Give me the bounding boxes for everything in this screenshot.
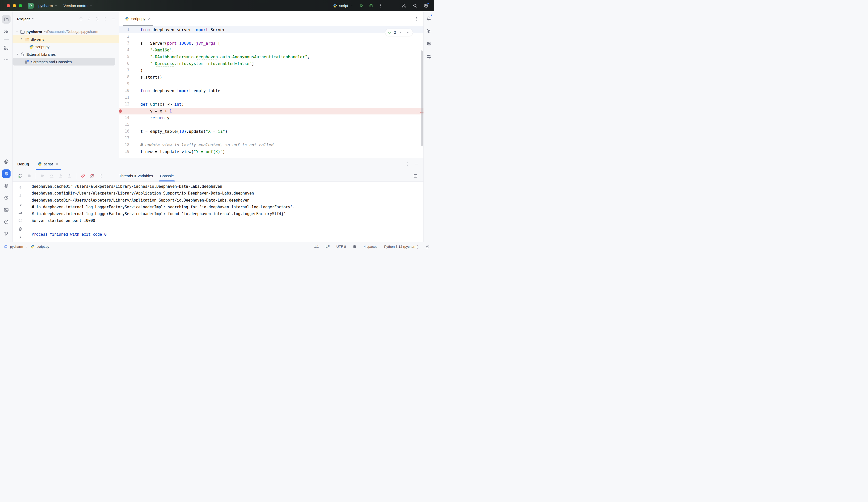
hide-debug-panel-button[interactable] [413, 161, 420, 167]
more-debug-button[interactable] [97, 172, 104, 179]
code-line-11[interactable]: 11 [119, 94, 423, 101]
tool-ai-assistant-button[interactable] [425, 27, 433, 35]
prev-occurrence-button[interactable] [18, 185, 23, 190]
ai-status-button[interactable] [353, 244, 357, 249]
resume-button[interactable] [39, 172, 46, 179]
code-line-4[interactable]: 4 "-Xmx16g", [119, 47, 423, 53]
status-line-separator[interactable]: LF [326, 245, 330, 249]
code-line-10[interactable]: 10from deephaven import empty_table [119, 87, 423, 94]
search-everywhere-button[interactable] [411, 2, 419, 10]
tool-version-control-button[interactable] [2, 230, 11, 238]
breadcrumb-script-py[interactable]: script.py [37, 245, 49, 249]
editor-tab-script-py[interactable]: script.py [123, 11, 154, 26]
breakpoint-gutter[interactable] [119, 108, 141, 114]
close-window-button[interactable] [7, 4, 10, 7]
status-interpreter[interactable]: Python 3.12 (pycharm) [384, 245, 418, 249]
tool-commit-button[interactable] [2, 27, 11, 36]
code-line-17[interactable]: 17 [119, 135, 423, 142]
more-run-options-button[interactable] [376, 2, 384, 10]
code-line-19[interactable]: 19t_new = t.update_view("Y = udf(X)") [119, 148, 423, 155]
close-session-icon[interactable] [55, 162, 59, 166]
chevron-right-icon[interactable] [20, 37, 24, 41]
tree-item-dh-venv[interactable]: dh-venv [12, 35, 119, 43]
tool-project-button[interactable] [2, 15, 11, 24]
editor-scrollbar[interactable] [421, 51, 423, 146]
stop-button[interactable] [25, 172, 33, 179]
layout-settings-button[interactable] [412, 172, 419, 179]
view-breakpoints-button[interactable] [79, 172, 86, 179]
tool-run-button[interactable] [2, 194, 11, 202]
tool-code-with-me-button[interactable] [425, 52, 433, 61]
code-with-me-button[interactable] [400, 2, 408, 10]
print-button[interactable] [18, 218, 23, 223]
project-view-selector[interactable]: Project [17, 17, 35, 21]
chevron-right-icon[interactable] [15, 52, 20, 56]
next-occurrence-button[interactable] [18, 193, 23, 199]
view-tab-console[interactable]: Console [156, 170, 177, 181]
tool-more-tools-button[interactable] [2, 55, 11, 64]
code-line-1[interactable]: 1from deephaven_server import Server [119, 27, 423, 33]
step-out-button[interactable] [66, 172, 73, 179]
code-line-6[interactable]: 6 "-Dprocess.info.system-info.enabled=fa… [119, 60, 423, 67]
step-into-button[interactable] [57, 172, 64, 179]
tree-item-external-libraries[interactable]: External Libraries [12, 51, 119, 58]
scroll-to-end-button[interactable] [18, 210, 23, 215]
code-line-8[interactable]: 8s.start() [119, 74, 423, 81]
close-tab-icon[interactable] [147, 17, 151, 21]
tree-item-script-py[interactable]: script.py [12, 43, 119, 51]
minimize-button[interactable] [110, 15, 116, 22]
settings-button[interactable] [422, 2, 430, 10]
soft-wrap-button[interactable] [18, 201, 23, 207]
chevron-down-icon[interactable] [15, 29, 20, 34]
status-indent[interactable]: 4 spaces [364, 245, 377, 249]
code-line-15[interactable]: 15 [119, 121, 423, 128]
code-line-3[interactable]: 3s = Server(port=10000, jvm_args=[ [119, 40, 423, 47]
tool-services-button[interactable] [2, 181, 11, 190]
tool-notifications-button[interactable] [425, 14, 433, 22]
debug-options-button[interactable] [404, 161, 410, 167]
view-tab-threads-variables[interactable]: Threads & Variables [115, 170, 156, 181]
zoom-window-button[interactable] [19, 4, 22, 7]
breakpoint-icon[interactable] [119, 109, 122, 113]
tool-structure-button[interactable] [2, 43, 11, 52]
mute-breakpoints-button[interactable] [89, 172, 95, 179]
next-problem-button[interactable] [405, 30, 410, 35]
expand-console-button[interactable] [18, 234, 23, 240]
menu-pycharm[interactable]: pycharm [36, 2, 60, 9]
expand-all-button[interactable] [86, 15, 92, 22]
code-line-14[interactable]: 14 return y [119, 114, 423, 121]
minimize-window-button[interactable] [13, 4, 16, 7]
status-encoding[interactable]: UTF-8 [336, 245, 346, 249]
clear-all-button[interactable] [18, 226, 23, 232]
run-button[interactable] [358, 2, 365, 10]
tool-python-packages-button[interactable] [2, 157, 11, 166]
collapse-all-button[interactable] [94, 15, 100, 22]
code-line-5[interactable]: 5 "-DAuthHandlers=io.deephaven.auth.Anon… [119, 53, 423, 60]
tool-problems-button[interactable] [2, 218, 11, 226]
code-line-13[interactable]: y = x + 1 [119, 108, 423, 114]
tool-debug-button[interactable] [2, 169, 11, 178]
status-caret-position[interactable]: 1:1 [314, 245, 319, 249]
locate-button[interactable] [78, 15, 84, 22]
menu-version-control[interactable]: Version control [61, 2, 95, 9]
code-editor[interactable]: 2 1from deephaven_server import Server23… [119, 27, 423, 158]
run-configuration-selector[interactable]: script [333, 3, 353, 8]
console-output[interactable]: deephaven.cacheDir=/Users/alexpeters/Lib… [28, 182, 423, 242]
breadcrumb-pycharm[interactable]: pycharm [10, 245, 23, 249]
tree-item-pycharm[interactable]: pycharm~/Documents/Debug/pip/pycharm [12, 28, 119, 35]
debug-session-tab[interactable]: script [36, 158, 61, 170]
read-write-lock-button[interactable] [425, 244, 430, 249]
prev-problem-button[interactable] [398, 30, 403, 35]
editor-options-button[interactable] [413, 15, 420, 22]
code-line-9[interactable]: 9 [119, 81, 423, 87]
tool-ai-chat-button[interactable] [425, 39, 433, 48]
debug-button[interactable] [367, 2, 375, 10]
tool-terminal-button[interactable] [2, 206, 11, 214]
code-line-12[interactable]: 12def udf(x) -> int: [119, 101, 423, 108]
tree-item-scratches-and-consoles[interactable]: Scratches and Consoles [12, 58, 115, 65]
kebab-button[interactable] [102, 15, 108, 22]
rerun-button[interactable] [17, 172, 24, 179]
step-over-button[interactable] [48, 172, 55, 179]
code-line-7[interactable]: 7) [119, 67, 423, 74]
code-line-18[interactable]: 18# update_view is lazily evaluated, so … [119, 142, 423, 148]
